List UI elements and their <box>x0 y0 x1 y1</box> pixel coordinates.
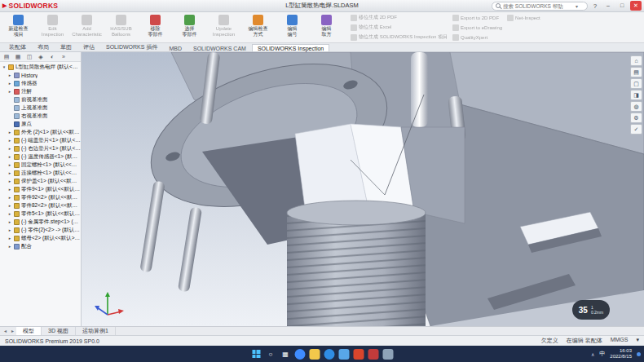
appearances-icon[interactable]: ◍ <box>630 101 642 112</box>
ribbon-small-button[interactable]: Net-Inspect <box>507 13 540 22</box>
ribbon-tab[interactable]: SOLIDWORKS Inspection <box>252 44 329 51</box>
ribbon-tab[interactable]: 装配体 <box>3 42 32 51</box>
tree-item[interactable]: 原点 <box>0 120 81 128</box>
document-tab[interactable]: 运动算例1 <box>76 327 116 335</box>
expand-arrow-icon[interactable]: ▸ <box>7 187 12 192</box>
status-segment[interactable]: 在编辑 装配体 <box>567 337 602 345</box>
notification-dot[interactable] <box>637 352 641 356</box>
ribbon-button[interactable]: 选择 零部件 <box>173 13 206 42</box>
view-palette-icon[interactable]: ◨ <box>630 90 642 100</box>
expand-arrow-icon[interactable]: ▸ <box>7 81 12 86</box>
ribbon-button[interactable]: HAS/SUB Balloons <box>104 13 138 42</box>
tree-item[interactable]: ▸ 配合 <box>0 242 81 250</box>
expand-arrow-icon[interactable]: ▸ <box>7 154 12 159</box>
file-explorer-icon[interactable] <box>310 349 320 360</box>
ribbon-button[interactable]: 编辑 取方 <box>310 13 343 42</box>
tree-item[interactable]: ▸ History <box>0 71 81 79</box>
chevron-down-icon[interactable]: ▾ <box>576 3 578 9</box>
tree-item[interactable]: ▸ (-) 零件(2)<2> -> (默认<<默认>_显示状态) <box>0 226 81 234</box>
panel-overflow-icon[interactable]: » <box>59 52 68 61</box>
ribbon-tab[interactable]: 布局 <box>32 42 55 51</box>
tree-item[interactable]: 上视基准面 <box>0 104 81 112</box>
expand-arrow-icon[interactable]: ▸ <box>7 236 12 241</box>
file-explorer-icon[interactable]: ▢ <box>630 78 642 89</box>
tree-item[interactable]: ▸ 零件5<1> (默认<<默认>_显示状态) <box>0 210 81 218</box>
collapse-arrow-icon[interactable]: ▾ <box>2 64 7 69</box>
tree-item[interactable]: ▸ 传感器 <box>0 79 81 87</box>
tree-item[interactable]: ▸ (-) 金属零件.step<1> (默认<<默认>_显示) <box>0 218 81 226</box>
expand-arrow-icon[interactable]: ▸ <box>7 146 12 151</box>
edge-icon[interactable] <box>324 349 335 360</box>
ribbon-small-button[interactable]: 物位生成 Excel <box>351 23 448 32</box>
close-button[interactable]: ✕ <box>630 1 642 11</box>
propertymanager-tab-icon[interactable]: ▦ <box>13 52 23 61</box>
ribbon-tab[interactable]: SOLIDWORKS CAM <box>187 44 252 51</box>
tree-item[interactable]: ▸ 固定螺栓<1> (默认<<默认>_显示状态) <box>0 161 81 169</box>
tree-item[interactable]: 右视基准面 <box>0 112 81 120</box>
graphics-viewport[interactable]: ⌂ ▤ ▢ ◨ ◍ ⚙ ✓ <box>82 52 644 326</box>
maximize-button[interactable]: □ <box>616 1 628 11</box>
expand-arrow-icon[interactable]: ▸ <box>7 219 12 224</box>
ime-indicator[interactable]: 中 <box>599 350 605 358</box>
document-tab[interactable]: 模型 <box>16 327 42 335</box>
ribbon-button[interactable]: 新建检查 项目 <box>2 13 35 42</box>
office-icon[interactable] <box>354 349 364 360</box>
ribbon-button[interactable]: 编辑 编号 <box>276 13 309 42</box>
tree-item[interactable]: ▸ 连接螺栓<1> (默认<<默认>_显示状态) <box>0 169 81 177</box>
design-library-icon[interactable]: ▤ <box>630 67 642 77</box>
solidworks-icon[interactable] <box>368 349 379 360</box>
expand-arrow-icon[interactable]: ▸ <box>7 211 12 216</box>
notes-icon[interactable] <box>383 349 394 360</box>
tree-item[interactable]: ▸ 外壳 (2)<1> (默认<<默认>_显示状态 1>) <box>0 128 81 136</box>
ribbon-small-button[interactable]: 物位生成 SOLIDWORKS Inspection 项目 <box>351 33 448 42</box>
tab-nav-right-icon[interactable]: ▸ <box>9 327 16 335</box>
tree-item[interactable]: ▸ 零件9<1> (默认<<默认>_显示状态) <box>0 185 81 193</box>
document-tab[interactable]: 3D 视图 <box>42 327 76 335</box>
inspection-pane-icon[interactable]: ✓ <box>630 124 642 135</box>
ribbon-small-button[interactable]: QualityXpert <box>452 33 502 42</box>
tree-item[interactable]: ▸ 零件82<2> (默认<<默认>_显示状态) <box>0 201 81 210</box>
ribbon-tab[interactable]: MBD <box>163 44 187 51</box>
configurationmanager-tab-icon[interactable]: ◫ <box>24 52 34 61</box>
tree-item[interactable]: ▸ (-) 右边垫片<1> (默认<<默认>_显示状态) <box>0 144 81 152</box>
ribbon-button[interactable]: 移除 零部件 <box>139 13 172 42</box>
expand-arrow-icon[interactable]: ▸ <box>7 244 12 249</box>
expand-arrow-icon[interactable]: ▸ <box>7 170 12 175</box>
orientation-triad[interactable] <box>91 289 124 321</box>
dimxpertmanager-tab-icon[interactable]: ◈ <box>36 52 46 61</box>
status-segment[interactable]: ▾ <box>636 337 639 345</box>
expand-arrow-icon[interactable]: ▸ <box>7 162 12 167</box>
tree-root-item[interactable]: ▾ L型缸筒散热电焊 (默认<默认_显示状态-1>) <box>0 63 81 71</box>
help-search-box[interactable]: ▾ <box>492 2 588 11</box>
ribbon-small-button[interactable]: 移位生成 2D PDF <box>351 13 448 22</box>
displaymanager-tab-icon[interactable]: ◐ <box>47 52 57 61</box>
expand-arrow-icon[interactable]: ▸ <box>7 138 12 143</box>
resources-icon[interactable]: ⌂ <box>630 55 642 66</box>
search-icon[interactable]: ○ <box>266 349 276 360</box>
status-segment[interactable]: MMGS <box>611 337 629 345</box>
tray-chevron-icon[interactable]: ∧ <box>591 351 594 357</box>
ribbon-tab[interactable]: SOLIDWORKS 插件 <box>100 42 163 51</box>
status-segment[interactable]: 欠定义 <box>541 337 558 345</box>
tree-item[interactable]: 前视基准面 <box>0 95 81 104</box>
ribbon-tab[interactable]: 评估 <box>77 42 100 51</box>
expand-arrow-icon[interactable]: ▸ <box>7 227 12 232</box>
featuremanager-tab-icon[interactable]: ▤ <box>2 52 11 61</box>
ribbon-button[interactable]: Update Inspection <box>207 13 240 42</box>
expand-arrow-icon[interactable]: ▸ <box>7 203 12 208</box>
search-input[interactable] <box>503 3 573 9</box>
help-button[interactable]: ? <box>590 2 600 10</box>
ribbon-button[interactable]: 编辑检查 方式 <box>241 13 275 42</box>
tree-item[interactable]: ▸ 注解 <box>0 87 81 95</box>
tree-item[interactable]: ▸ (-) 端盖垫片<1> (默认<<默认>_显示状态) <box>0 136 81 144</box>
ribbon-small-button[interactable]: Export to eDrawing <box>452 23 502 32</box>
taskbar-clock[interactable]: 16:03 2022/8/15 <box>610 348 632 360</box>
expand-arrow-icon[interactable]: ▸ <box>7 73 12 77</box>
tree-item[interactable]: ▸ 零件92<2> (默认<<默认>_显示状态) <box>0 193 81 201</box>
ribbon-button[interactable]: Edit Inspection <box>36 13 69 42</box>
ribbon-button[interactable]: Add Characteristic <box>70 13 104 42</box>
expand-arrow-icon[interactable]: ▸ <box>7 89 12 94</box>
custom-properties-icon[interactable]: ⚙ <box>630 113 642 123</box>
expand-arrow-icon[interactable]: ▸ <box>7 130 12 135</box>
widgets-icon[interactable] <box>295 349 306 360</box>
